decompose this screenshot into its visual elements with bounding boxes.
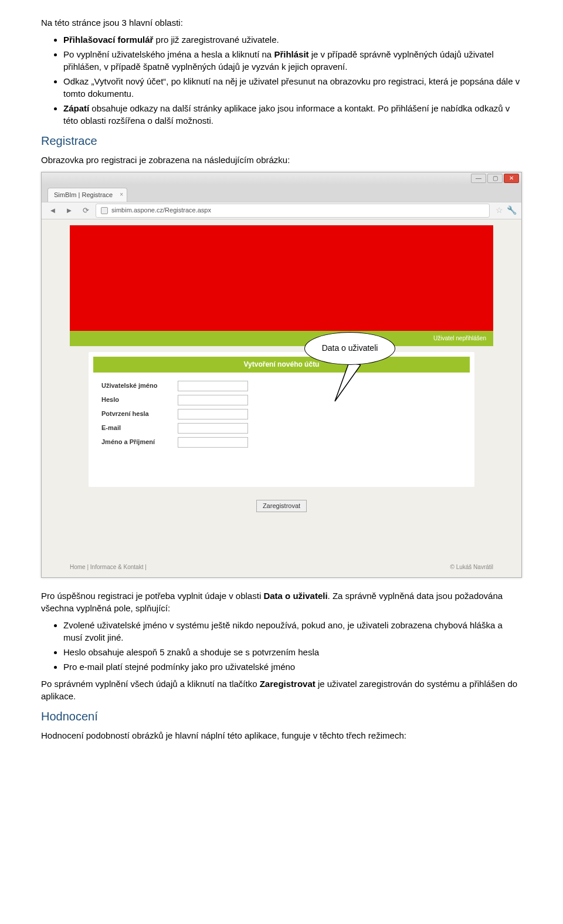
list-item: Přihlašovací formulář pro již zaregistro… xyxy=(63,33,522,46)
bullet-list-2: Zvolené uživatelské jméno v systému ješt… xyxy=(41,619,522,673)
list-item: Heslo obsahuje alespoň 5 znaků a shoduje… xyxy=(63,646,522,658)
submit-row: Zaregistrovat xyxy=(42,500,521,512)
after-para-2: Po správném vyplnění všech údajů a klikn… xyxy=(41,678,522,702)
footer-links[interactable]: Home | Informace & Kontakt | xyxy=(70,563,147,571)
registrace-line: Obrazovka pro registraci je zobrazena na… xyxy=(41,154,522,166)
intro-line: Na této stránce jsou 3 hlavní oblasti: xyxy=(41,16,522,29)
address-bar[interactable]: simbim.aspone.cz/Registrace.aspx xyxy=(96,204,490,217)
label-username: Uživatelské jméno xyxy=(101,381,178,390)
svg-marker-0 xyxy=(335,363,361,401)
registration-form: Uživatelské jméno Heslo Potvrzení hesla … xyxy=(101,381,474,448)
field-row-username: Uživatelské jméno xyxy=(101,381,474,391)
reload-button[interactable]: ⟳ xyxy=(79,205,92,216)
tab-strip: SimBIm | Registrace × xyxy=(42,185,521,202)
list-item: Odkaz „Vytvořit nový účet“, po kliknutí … xyxy=(63,75,522,100)
browser-toolbar: ◄ ► ⟳ simbim.aspone.cz/Registrace.aspx ☆… xyxy=(42,202,521,219)
text: Přihlašovací formulář xyxy=(63,35,153,45)
window-titlebar: — ▢ ✕ xyxy=(42,172,521,185)
forward-button[interactable]: ► xyxy=(63,205,76,216)
text: Zaregistrovat xyxy=(260,679,316,689)
minimize-button[interactable]: — xyxy=(471,174,486,183)
text: Po vyplnění uživatelského jména a hesla … xyxy=(63,49,274,59)
login-status: Uživatel nepřihlášen xyxy=(433,335,486,341)
text: pro již zaregistrované uživatele. xyxy=(153,35,279,45)
register-button[interactable]: Zaregistrovat xyxy=(256,500,307,512)
callout-tail xyxy=(331,363,361,404)
bookmark-icon[interactable]: ☆ xyxy=(496,205,503,216)
status-strip: Uživatel nepřihlášen xyxy=(70,331,493,346)
callout-text: Data o uživateli xyxy=(322,343,378,354)
text: Pro úspěšnou registraci je potřeba vypln… xyxy=(41,591,263,601)
list-item: Zvolené uživatelské jméno v systému ješt… xyxy=(63,619,522,644)
back-button[interactable]: ◄ xyxy=(46,205,59,216)
registration-card: Vytvoření nového účtu Uživatelské jméno … xyxy=(89,352,474,487)
close-button[interactable]: ✕ xyxy=(504,174,519,183)
page-viewport: Uživatel nepřihlášen Vytvoření nového úč… xyxy=(42,219,521,577)
input-username[interactable] xyxy=(178,381,248,391)
field-row-fullname: Jméno a Příjmení xyxy=(101,437,474,448)
url-text: simbim.aspone.cz/Registrace.aspx xyxy=(111,206,211,215)
tab-title: SimBIm | Registrace xyxy=(54,191,113,198)
list-item: Pro e-mail platí stejné podmínky jako pr… xyxy=(63,661,522,673)
label-password: Heslo xyxy=(101,395,178,404)
maximize-button[interactable]: ▢ xyxy=(487,174,503,183)
input-password[interactable] xyxy=(178,395,248,405)
label-email: E-mail xyxy=(101,424,178,432)
close-tab-icon[interactable]: × xyxy=(120,191,123,199)
label-fullname: Jméno a Příjmení xyxy=(101,438,178,446)
input-email[interactable] xyxy=(178,423,248,434)
field-row-confirm: Potvrzení hesla xyxy=(101,409,474,419)
field-row-email: E-mail xyxy=(101,423,474,434)
hodnoceni-line: Hodnocení podobností obrázků je hlavní n… xyxy=(41,729,522,742)
text: Zápatí xyxy=(63,103,89,113)
input-fullname[interactable] xyxy=(178,437,248,448)
list-item: Zápatí obsahuje odkazy na další stránky … xyxy=(63,102,522,127)
after-para-1: Pro úspěšnou registraci je potřeba vypln… xyxy=(41,590,522,614)
text: obsahuje odkazy na další stránky aplikac… xyxy=(63,103,510,126)
field-row-password: Heslo xyxy=(101,395,474,405)
text: Po správném vyplnění všech údajů a klikn… xyxy=(41,679,260,689)
browser-tab[interactable]: SimBIm | Registrace × xyxy=(48,188,127,202)
callout-bubble: Data o uživateli xyxy=(304,332,395,365)
text: Data o uživateli xyxy=(263,591,327,601)
bullet-list-1: Přihlašovací formulář pro již zaregistro… xyxy=(41,33,522,127)
heading-hodnoceni: Hodnocení xyxy=(41,708,522,725)
heading-registrace: Registrace xyxy=(41,133,522,149)
input-confirm[interactable] xyxy=(178,409,248,419)
site-icon xyxy=(101,207,108,214)
header-banner xyxy=(70,225,493,331)
label-confirm: Potvrzení hesla xyxy=(101,409,178,418)
menu-icon[interactable]: 🔧 xyxy=(507,205,517,216)
footer-copyright: © Lukáš Navrátil xyxy=(450,563,493,571)
card-title: Vytvoření nového účtu xyxy=(93,357,470,373)
list-item: Po vyplnění uživatelského jména a hesla … xyxy=(63,48,522,73)
text: Přihlásit xyxy=(274,49,308,59)
page-footer: Home | Informace & Kontakt | © Lukáš Nav… xyxy=(70,563,493,571)
browser-window: — ▢ ✕ SimBIm | Registrace × ◄ ► ⟳ simbim… xyxy=(41,172,522,578)
